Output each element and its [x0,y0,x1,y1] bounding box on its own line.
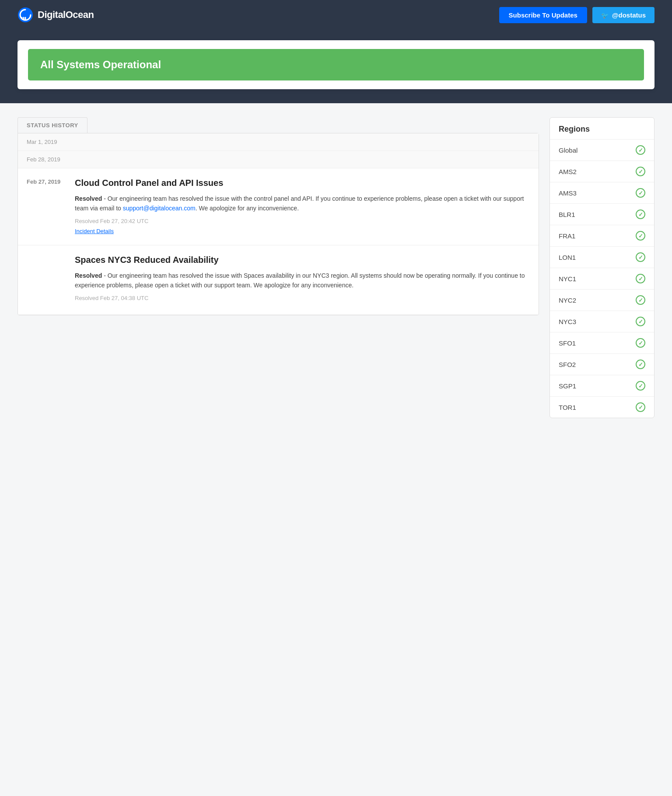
digitalocean-logo-icon [18,7,33,23]
incident-content: Cloud Control Panel and API Issues Resol… [75,177,530,234]
status-check-icon: ✓ [636,295,645,305]
region-name: AMS3 [559,189,577,197]
regions-header: Regions [550,118,654,140]
incident-row: Spaces NYC3 Reduced Availability Resolve… [27,254,530,304]
region-row-lon1: LON1 ✓ [550,247,654,268]
logo-text: DigitalOcean [38,9,94,21]
region-row-blr1: BLR1 ✓ [550,204,654,225]
resolved-time: Resolved Feb 27, 20:42 UTC [75,218,530,224]
status-check-icon: ✓ [636,188,645,198]
status-check-icon: ✓ [636,274,645,283]
region-name: FRA1 [559,232,575,240]
region-name: AMS2 [559,168,577,175]
region-name: SFO2 [559,361,576,368]
status-check-icon: ✓ [636,252,645,262]
status-check-icon: ✓ [636,145,645,155]
region-name: SFO1 [559,339,576,347]
status-check-icon: ✓ [636,231,645,241]
region-name: BLR1 [559,211,575,218]
region-row-tor1: TOR1 ✓ [550,397,654,418]
status-check-icon: ✓ [636,209,645,219]
status-banner: All Systems Operational [28,49,644,80]
incident-block: Spaces NYC3 Reduced Availability Resolve… [18,245,539,315]
incident-date [27,254,66,304]
header: DigitalOcean Subscribe To Updates @dosta… [0,0,672,30]
incident-content: Spaces NYC3 Reduced Availability Resolve… [75,254,530,304]
region-name: LON1 [559,254,576,261]
incident-date: Feb 27, 2019 [27,177,66,234]
subscribe-button[interactable]: Subscribe To Updates [499,7,587,23]
support-email-link[interactable]: support@digitalocean.com [123,205,196,212]
incident-block: Feb 27, 2019 Cloud Control Panel and API… [18,168,539,245]
logo: DigitalOcean [18,7,94,23]
main-content: STATUS HISTORY Mar 1, 2019 Feb 28, 2019 … [0,103,672,432]
date-row: Mar 1, 2019 [18,133,539,151]
status-check-icon: ✓ [636,317,645,326]
status-check-icon: ✓ [636,338,645,348]
status-text: All Systems Operational [40,59,161,70]
date-label: Feb 28, 2019 [27,156,60,163]
region-name: NYC2 [559,297,576,304]
incident-title: Cloud Control Panel and API Issues [75,177,530,189]
header-actions: Subscribe To Updates @dostatus [499,7,654,23]
region-row-ams2: AMS2 ✓ [550,161,654,182]
history-tab-bar: STATUS HISTORY [18,117,539,133]
date-label: Mar 1, 2019 [27,139,57,145]
hero-wrapper: All Systems Operational [0,30,672,103]
incident-body: Resolved - Our engineering team has reso… [75,271,530,290]
twitter-button[interactable]: @dostatus [592,7,654,23]
region-row-sgp1: SGP1 ✓ [550,375,654,397]
region-row-nyc2: NYC2 ✓ [550,290,654,311]
status-check-icon: ✓ [636,402,645,412]
resolved-label: Resolved [75,195,102,202]
twitter-label: @dostatus [612,11,646,19]
region-name: NYC3 [559,318,576,325]
hero-card: All Systems Operational [18,40,654,89]
region-row-sfo1: SFO1 ✓ [550,332,654,354]
region-row-ams3: AMS3 ✓ [550,182,654,204]
date-row: Feb 28, 2019 [18,151,539,168]
regions-sidebar: Regions Global ✓ AMS2 ✓ AMS3 ✓ BLR1 ✓ FR… [550,117,654,418]
region-name: SGP1 [559,382,576,390]
incident-title: Spaces NYC3 Reduced Availability [75,254,530,265]
region-row-nyc1: NYC1 ✓ [550,268,654,290]
incident-details-link[interactable]: Incident Details [75,228,114,234]
incident-row: Feb 27, 2019 Cloud Control Panel and API… [27,177,530,234]
status-check-icon: ✓ [636,381,645,391]
region-name: TOR1 [559,404,576,411]
history-body: Mar 1, 2019 Feb 28, 2019 Feb 27, 2019 Cl… [18,133,539,315]
region-row-nyc3: NYC3 ✓ [550,311,654,332]
region-name: Global [559,147,578,154]
region-row-global: Global ✓ [550,140,654,161]
region-row-sfo2: SFO2 ✓ [550,354,654,375]
region-name: NYC1 [559,275,576,283]
resolved-label: Resolved [75,272,102,279]
status-check-icon: ✓ [636,360,645,369]
history-section: STATUS HISTORY Mar 1, 2019 Feb 28, 2019 … [18,117,539,315]
twitter-icon [601,11,609,19]
resolved-time: Resolved Feb 27, 04:38 UTC [75,295,530,301]
status-check-icon: ✓ [636,167,645,176]
history-tab[interactable]: STATUS HISTORY [18,117,88,133]
region-row-fra1: FRA1 ✓ [550,225,654,247]
incident-body: Resolved - Our engineering team has reso… [75,194,530,213]
